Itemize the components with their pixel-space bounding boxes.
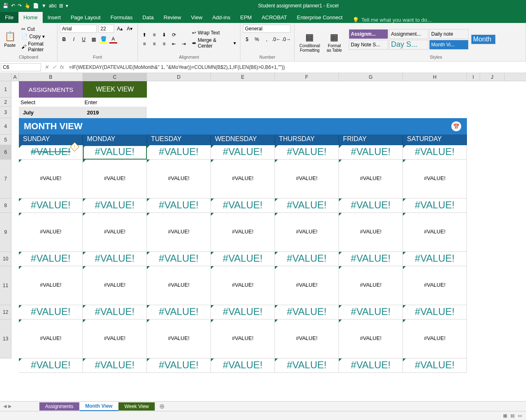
style-month-vi[interactable]: Month Vi... (429, 40, 469, 50)
calendar-date-cell[interactable]: #VALUE! (147, 145, 211, 160)
calendar-note-cell[interactable]: #VALUE! (339, 160, 403, 199)
cut-button[interactable]: ✂Cut (20, 26, 55, 32)
increase-decimal-icon[interactable]: .0← (272, 35, 281, 43)
calendar-date-cell[interactable]: #VALUE! (19, 199, 83, 213)
row-header-3[interactable]: 3 (0, 107, 11, 118)
spreadsheet-grid[interactable]: ABCDEFGHIJ 12345678910111213 ASSIGNMENTS… (0, 73, 526, 384)
tab-enterprise-connect[interactable]: Enterprise Connect (292, 12, 348, 23)
view-normal-icon[interactable]: ▦ (503, 413, 507, 418)
row-header-4[interactable]: 4 (0, 118, 11, 135)
wrap-text-button[interactable]: ↩Wrap Text (190, 30, 238, 36)
number-format-select[interactable] (243, 25, 290, 33)
calendar-note-cell[interactable]: #VALUE! (147, 320, 211, 358)
touch-mode-icon[interactable]: 👆 (24, 3, 30, 9)
calendar-note-cell[interactable]: #VALUE! (339, 266, 403, 305)
tab-review[interactable]: Review (159, 12, 186, 23)
name-box[interactable] (1, 63, 41, 71)
month-input[interactable]: July (19, 107, 83, 118)
tab-formulas[interactable]: Formulas (105, 12, 137, 23)
select-all-corner[interactable] (0, 73, 11, 81)
decrease-indent-icon[interactable]: ⇤ (170, 40, 178, 48)
enter-formula-icon[interactable]: ✓ (52, 64, 57, 70)
calendar-note-cell[interactable]: #VALUE! (19, 160, 83, 199)
redo-icon[interactable]: ↷ (18, 3, 22, 9)
align-right-icon[interactable]: ≡ (160, 40, 168, 48)
calendar-date-cell[interactable]: #VALUE! (83, 358, 147, 373)
tab-insert[interactable]: Insert (43, 12, 66, 23)
align-bottom-icon[interactable]: ⬇ (160, 31, 168, 39)
column-header-C[interactable]: C (83, 73, 147, 81)
italic-button[interactable]: I (70, 35, 78, 43)
calendar-note-cell[interactable]: #VALUE! (147, 213, 211, 252)
row-header-5[interactable]: 5 (0, 135, 11, 145)
calendar-note-cell[interactable]: #VALUE! (403, 160, 467, 199)
calendar-date-cell[interactable]: #VALUE! (403, 358, 467, 373)
calendar-date-cell[interactable]: #VALUE! (83, 145, 147, 160)
calendar-date-cell[interactable]: #VALUE! (275, 252, 339, 266)
style-assignments[interactable]: Assignm... (349, 29, 388, 39)
week-view-button[interactable]: WEEK VIEW (83, 81, 147, 98)
borders-button[interactable]: ▦ (89, 35, 98, 43)
calendar-note-cell[interactable]: #VALUE! (211, 160, 275, 199)
style-daily-note[interactable]: Daily note (429, 29, 469, 39)
calendar-date-cell[interactable]: #VALUE! (275, 199, 339, 213)
column-header-I[interactable]: I (467, 73, 480, 81)
spellcheck-icon[interactable]: abc (49, 3, 57, 9)
calendar-note-cell[interactable]: #VALUE! (275, 213, 339, 252)
tab-acrobat[interactable]: ACROBAT (257, 12, 292, 23)
percent-icon[interactable]: % (253, 35, 261, 43)
calendar-date-cell[interactable]: #VALUE! (403, 145, 467, 160)
align-center-icon[interactable]: ≡ (150, 40, 158, 48)
calendar-date-cell[interactable]: #VALUE! (147, 305, 211, 320)
tab-data[interactable]: Data (137, 12, 158, 23)
filter-icon[interactable]: ▼ (41, 3, 46, 9)
qat-more-icon[interactable]: ▾ (66, 3, 68, 9)
calendar-icon[interactable]: 📅 (451, 121, 461, 131)
bold-button[interactable]: B (60, 35, 68, 43)
formula-input[interactable] (67, 64, 526, 70)
calendar-date-cell[interactable]: #VALUE! (147, 358, 211, 373)
calendar-note-cell[interactable]: #VALUE! (83, 266, 147, 305)
calendar-date-cell[interactable]: #VALUE! (275, 358, 339, 373)
column-header-G[interactable]: G (339, 73, 403, 81)
cell-styles-gallery[interactable]: Assignm... Assignment... Daily note Day … (349, 29, 469, 50)
style-day-note-s[interactable]: Day Note S... (349, 40, 388, 50)
font-name-input[interactable] (60, 25, 97, 33)
increase-indent-icon[interactable]: ⇥ (180, 40, 188, 48)
sheet-tab-assignments[interactable]: Assignments (39, 402, 80, 411)
align-left-icon[interactable]: ≡ (140, 40, 149, 48)
style-day-s[interactable]: Day S... (389, 40, 428, 50)
sheet-tab-week-view[interactable]: Week View (119, 402, 155, 411)
calendar-note-cell[interactable]: #VALUE! (339, 213, 403, 252)
decrease-decimal-icon[interactable]: .0→ (282, 35, 290, 43)
fx-icon[interactable]: fx (60, 64, 64, 70)
paste-button[interactable]: 📋 Paste (2, 25, 17, 54)
assignments-button[interactable]: ASSIGNMENTS (19, 81, 83, 98)
calendar-date-cell[interactable]: #VALUE! (211, 199, 275, 213)
row-header-7[interactable]: 7 (0, 160, 11, 199)
grid-icon[interactable]: ⊞ (59, 3, 63, 9)
calendar-date-cell[interactable]: #VALUE! (83, 199, 147, 213)
column-header-A[interactable]: A (11, 73, 19, 81)
align-top-icon[interactable]: ⬆ (140, 31, 149, 39)
row-header-1[interactable]: 1 (0, 81, 11, 98)
calendar-note-cell[interactable]: #VALUE! (211, 266, 275, 305)
calendar-note-cell[interactable]: #VALUE! (83, 160, 147, 199)
calendar-date-cell[interactable]: #VALUE! (339, 145, 403, 160)
calendar-note-cell[interactable]: #VALUE! (211, 320, 275, 358)
calendar-note-cell[interactable]: #VALUE! (403, 320, 467, 358)
font-size-input[interactable] (98, 25, 114, 33)
calendar-note-cell[interactable]: #VALUE! (19, 320, 83, 358)
calendar-date-cell[interactable]: #VALUE! (275, 305, 339, 320)
calendar-date-cell[interactable]: #VALUE! (339, 252, 403, 266)
calendar-date-cell[interactable]: #VALUE! (275, 145, 339, 160)
orientation-icon[interactable]: ⟳ (170, 31, 178, 39)
column-header-D[interactable]: D (147, 73, 211, 81)
merge-center-button[interactable]: ⬌Merge & Center▾ (190, 37, 238, 49)
style-assignment2[interactable]: Assignment... (389, 29, 428, 39)
calendar-note-cell[interactable]: #VALUE! (403, 266, 467, 305)
row-header-12[interactable]: 12 (0, 305, 11, 320)
row-header-9[interactable]: 9 (0, 213, 11, 252)
calendar-date-cell[interactable]: #VALUE! (19, 358, 83, 373)
tell-me-search[interactable]: 💡 Tell me what you want to do... (348, 17, 437, 23)
